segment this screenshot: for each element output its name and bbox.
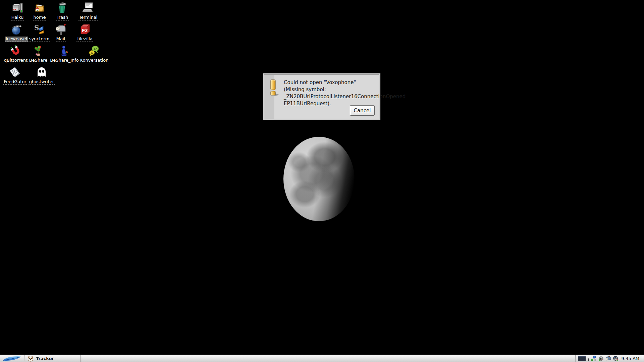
alert-dialog-body: Could not open "Voxophone" (Missing symb… [264,74,379,119]
icon-label: Trash [56,15,69,20]
deskbar-leaf-menu-button[interactable] [0,355,24,362]
icon-label: Terminal [78,15,98,20]
tracker-dog-icon [28,356,34,362]
haiku-computer-icon [11,2,23,14]
icon-label: ghostwriter [29,79,55,85]
iceweasel-icon [10,23,22,36]
alert-message-line: Could not open "Voxophone" (Missing symb… [284,79,378,93]
alert-message-line: _ZN20BUrlProtocolListener16ConnectionOpe… [284,93,378,100]
haiku-leaf-logo [2,356,22,361]
alert-message: Could not open "Voxophone" (Missing symb… [284,79,378,107]
desktop-icon-ghostwriter[interactable]: ghostwriter [26,66,57,85]
icon-label: Haiku [11,15,24,20]
device-cube-icon[interactable] [598,356,604,361]
icon-label: filezilla [76,37,93,42]
alert-exclamation-icon [269,79,279,99]
beshare-info-icon [58,45,70,57]
cpu-monitor-bar[interactable] [588,356,589,361]
filezilla-icon: Fz [79,23,91,36]
deskbar-empty-area [81,355,575,362]
ghostwriter-ghost-icon [36,66,48,78]
trash-icon [56,2,68,14]
icon-label: FeedGator [3,79,27,85]
icon-label: Konversation [79,58,109,63]
desktop-icon-beshare-info[interactable]: BeShare_Info [49,45,79,63]
tray-drag-handle[interactable] [642,356,643,361]
network-status-icon[interactable] [591,356,596,361]
clock[interactable]: 9:45 AM [620,356,640,361]
syncterm-icon: S [33,23,45,36]
feedgator-document-icon [9,66,21,78]
deskbar-app-button-tracker[interactable]: Tracker [25,355,80,362]
icon-label: Mail [56,37,66,42]
desktop-icon-konversation[interactable]: Konversation [79,45,109,63]
desktop-icon-feedgator[interactable]: FeedGator [0,66,30,85]
desktop-icon-filezilla[interactable]: Fz filezilla [70,23,100,42]
beshare-plant-icon [32,45,44,57]
cancel-button[interactable]: Cancel [350,105,375,116]
deskbar-tray: @ 9:45 AM [576,355,644,362]
svg-text:Fz: Fz [82,28,88,33]
alert-dialog: Could not open "Voxophone" (Missing symb… [263,73,381,120]
deskbar-app-label: Tracker [36,356,54,361]
home-folder-icon [34,2,46,14]
qbittorrent-magnet-icon [10,45,22,57]
web-at-icon[interactable]: @ [613,356,619,361]
svg-text:S: S [34,24,39,32]
konversation-bubbles-icon [88,45,100,57]
deskbar: Tracker [0,355,644,362]
icon-label: home [33,15,47,20]
desktop-icon-beshare[interactable]: BeShare [23,45,53,63]
mailbox-icon [55,23,67,36]
mail-status-icon[interactable] [605,356,611,361]
moon-wallpaper-image [283,137,355,221]
terminal-icon [82,2,94,14]
icon-label: BeShare_Info [49,58,79,63]
workspaces-applet[interactable] [578,356,586,361]
desktop-icon-terminal[interactable]: Terminal [73,2,103,20]
icon-label: BeShare [29,58,48,63]
